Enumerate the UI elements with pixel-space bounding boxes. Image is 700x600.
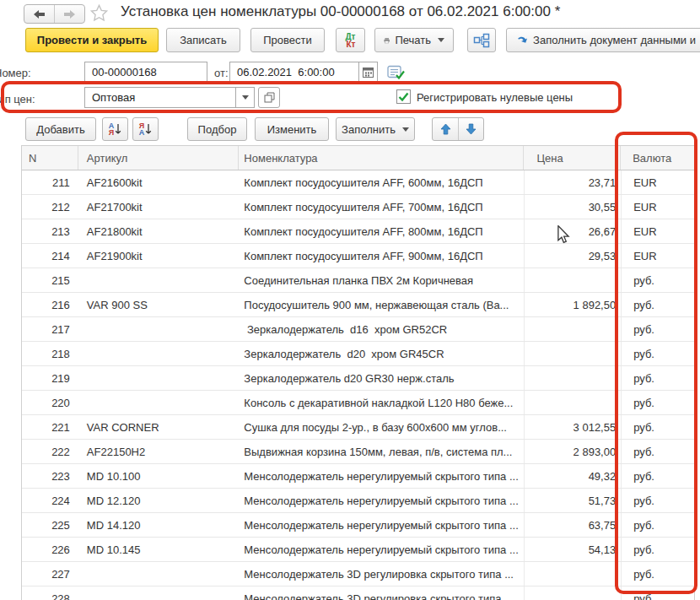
save-label: Записать	[180, 34, 227, 46]
table-row[interactable]: 219Зеркалодержатель d20 GR30 нерж.стальр…	[22, 366, 694, 391]
chevron-down-icon	[242, 95, 249, 100]
sort-ascending-button[interactable]: А Я	[102, 117, 128, 141]
cell-name: Зеркалодержатель d16 хром GR52CR	[239, 317, 524, 341]
table-row[interactable]: 222AF22150H2Выдвижная корзина 150мм, лев…	[22, 440, 694, 464]
move-up-button[interactable]	[433, 118, 458, 140]
cell-n: 221	[22, 415, 78, 439]
cell-name: Менсолодержатель нерегулируемый скрытого…	[239, 538, 524, 561]
history-nav	[24, 4, 85, 24]
pick-button[interactable]: Подбор	[187, 117, 247, 141]
column-header[interactable]: N	[22, 146, 78, 170]
price-type-open-button[interactable]	[258, 87, 280, 108]
price-type-combo[interactable]: Оптовая	[84, 87, 255, 108]
table-row[interactable]: 214AF21900kitКомплект посудосушителя AFF…	[22, 244, 694, 268]
post-and-close-button[interactable]: Провести и закрыть	[25, 28, 159, 52]
post-button[interactable]: Провести	[250, 28, 325, 52]
table-row[interactable]: 211AF21600kitКомплект посудосушителя AFF…	[22, 170, 694, 195]
cell-name: Консоль с декаративной накладкой L120 H8…	[239, 391, 524, 414]
cell-name: Комплект посудосушителя AFF, 600мм, 16ДС…	[239, 170, 524, 194]
structure-button[interactable]	[467, 28, 496, 52]
column-header[interactable]: Номенклатура	[239, 146, 524, 170]
fill-document-button[interactable]: Заполнить документ данными и	[506, 28, 700, 52]
dtkt-button[interactable]: ДтКт	[336, 28, 365, 52]
move-down-button[interactable]	[458, 118, 483, 140]
number-value: 00-00000168	[85, 66, 207, 78]
cell-sku	[78, 586, 240, 600]
table-row[interactable]: 215Соединительная планка ПВХ 2м Коричнев…	[22, 268, 694, 293]
cell-currency: EUR	[621, 219, 694, 243]
cell-n: 216	[22, 293, 78, 316]
price-type-label: Тип цен:	[0, 93, 35, 105]
calendar-button[interactable]	[358, 62, 377, 82]
back-button[interactable]	[24, 5, 54, 23]
cell-currency: EUR	[621, 244, 694, 268]
sort-descending-button[interactable]: Я А	[132, 117, 159, 141]
cell-sku: MD 10.100	[78, 464, 240, 488]
back-arrow-icon	[33, 9, 46, 19]
cell-name: Посудосушитель 900 мм, нержавеющая сталь…	[239, 293, 524, 316]
table-row[interactable]: 224MD 12.120Менсолодержатель нерегулируе…	[22, 489, 694, 513]
table-row[interactable]: 227Менсолодержатель 3D регулировка скрыт…	[22, 562, 694, 586]
add-row-label: Добавить	[36, 123, 84, 136]
cell-currency: руб.	[621, 415, 694, 439]
table-row[interactable]: 226MD 10.145Менсолодержатель нерегулируе…	[22, 538, 694, 562]
cell-sku: VAR 900 SS	[78, 293, 240, 316]
cell-price: 1 892,50	[524, 293, 621, 316]
register-zero-label: Регистрировать нулевые цены	[417, 91, 573, 104]
print-button[interactable]: Печать	[374, 28, 454, 52]
cell-n: 225	[22, 513, 78, 537]
cell-price: 30,55	[524, 195, 621, 219]
save-button[interactable]: Записать	[166, 28, 240, 52]
fill-menu-button[interactable]: Заполнить	[336, 117, 415, 141]
number-input[interactable]: 00-00000168	[84, 62, 207, 83]
column-header[interactable]: Валюта	[621, 146, 694, 170]
register-zero-checkbox[interactable]	[396, 89, 411, 104]
cell-n: 215	[22, 268, 78, 292]
cell-currency: руб.	[621, 391, 694, 414]
document-window: Установка цен номенклатуры 00-00000168 о…	[0, 0, 700, 600]
cell-name: Сушка для посуды 2-ур., в базу 600x600 м…	[239, 415, 524, 439]
cell-price: 3 012,55	[524, 415, 621, 439]
table-row[interactable]: 220Консоль с декаративной накладкой L120…	[22, 391, 694, 415]
table-body: 211AF21600kitКомплект посудосушителя AFF…	[22, 170, 694, 600]
post-and-close-label: Провести и закрыть	[37, 34, 147, 46]
table-row[interactable]: 228Менсолодержатель 3D регулировка скрыт…	[22, 586, 694, 600]
table-row[interactable]: 212AF21700kitКомплект посудосушителя AFF…	[22, 195, 694, 219]
table-row[interactable]: 225MD 14.120Менсолодержатель нерегулируе…	[22, 513, 694, 538]
table-row[interactable]: 221VAR CORNERСушка для посуды 2-ур., в б…	[22, 415, 694, 440]
add-row-button[interactable]: Добавить	[25, 117, 96, 141]
cell-name: Выдвижная корзина 150мм, левая, п/в, сис…	[239, 440, 524, 463]
cell-name: Комплект посудосушителя AFF, 900мм, 16ДС…	[239, 244, 524, 268]
table-row[interactable]: 217 Зеркалодержатель d16 хром GR52CRруб.	[22, 317, 694, 342]
comment-button[interactable]	[386, 64, 405, 81]
cell-price: 23,71	[524, 170, 621, 194]
cell-name: Менсолодержатель нерегулируемый скрытого…	[239, 513, 524, 537]
cell-n: 223	[22, 464, 78, 488]
date-input[interactable]: 06.02.2021 6:00:00	[229, 62, 378, 83]
cell-currency: EUR	[621, 195, 694, 219]
price-type-dropdown-button[interactable]	[235, 88, 254, 107]
cell-n: 224	[22, 489, 78, 512]
table-row[interactable]: 223MD 10.100Менсолодержатель нерегулируе…	[22, 464, 694, 489]
cell-price	[524, 366, 621, 390]
change-button[interactable]: Изменить	[255, 117, 329, 141]
table-row[interactable]: 218Зеркалодержатель d20 хром GR45CRруб.	[22, 342, 694, 366]
cell-price: 51,73	[524, 489, 621, 512]
table-row[interactable]: 216VAR 900 SSПосудосушитель 900 мм, нерж…	[22, 293, 694, 317]
cell-sku	[78, 562, 240, 586]
cell-sku	[78, 268, 240, 292]
move-row-group	[432, 117, 484, 141]
cell-n: 218	[22, 342, 78, 365]
favorite-star-icon[interactable]	[89, 3, 109, 26]
column-header[interactable]: Цена	[524, 146, 621, 170]
cell-price: 49,32	[524, 464, 621, 488]
cell-price: 26,67	[524, 219, 621, 243]
column-header[interactable]: Артикул	[78, 146, 240, 170]
cell-currency: руб.	[621, 464, 694, 488]
cell-currency: руб.	[621, 366, 694, 390]
cell-name: Зеркалодержатель d20 хром GR45CR	[239, 342, 524, 365]
table-row[interactable]: 213AF21800kitКомплект посудосушителя AFF…	[22, 219, 694, 244]
date-value: 06.02.2021 6:00:00	[230, 66, 358, 78]
price-type-value: Оптовая	[85, 91, 235, 104]
forward-button[interactable]	[54, 5, 84, 23]
